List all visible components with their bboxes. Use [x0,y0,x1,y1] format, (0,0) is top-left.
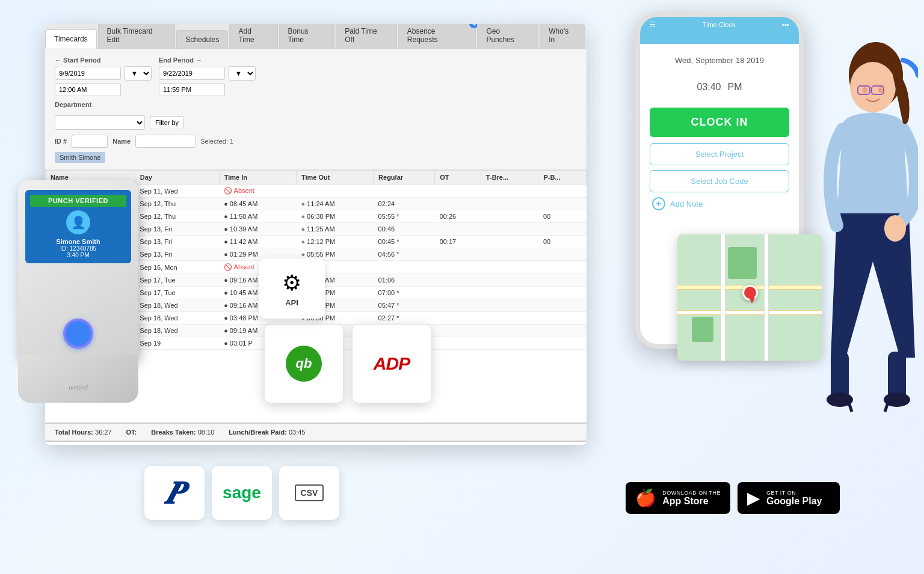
integration-logos-row: 𝑷 sage CSV [144,466,339,520]
cell-regular: 01:06 [374,274,435,287]
cell-regular: 04:56 * [374,248,435,261]
map-green-area2 [692,317,713,342]
hardware-device: PUNCH VERIFIED 👤 Simone Smith ID: 123407… [18,180,138,409]
api-logo-card: ⚙ API [259,258,325,319]
col-day[interactable]: Day [135,171,219,185]
cell-regular [374,261,435,274]
start-date-input[interactable] [55,67,121,80]
tab-absence[interactable]: Absence Requests 4 [398,24,476,49]
svg-line-9 [849,403,852,412]
tab-geo[interactable]: Geo Punches [477,24,538,49]
select-project-button[interactable]: Select Project [650,143,789,165]
cell-pb [538,287,587,299]
map-green-area [728,247,757,279]
add-note-label[interactable]: Add Note [670,200,703,209]
cell-tbre [481,261,538,274]
tab-schedules[interactable]: Schedules [176,30,228,49]
filter-panel: ← Start Period ▼ End Period → ▼ Departme… [45,49,587,170]
cell-day: Sep 13, Fri [135,248,219,261]
cell-day: Sep 12, Thu [135,210,219,223]
apple-icon: 🍎 [635,488,656,508]
tab-bar: Timecards Bulk Timecard Edit Schedules A… [45,24,587,49]
cell-time-out: ● 11:25 AM [296,223,373,236]
cell-time-in: ● 11:50 AM [219,210,296,223]
name-input[interactable] [135,135,196,148]
col-pb[interactable]: P-B... [538,171,587,185]
csv-logo: CSV [295,484,324,501]
cell-ot [435,299,481,312]
ot-total: OT: [126,429,137,436]
fingerprint-sensor [63,319,93,349]
end-date-arrow[interactable]: ▼ [229,66,256,81]
cell-ot: 00:26 [435,210,481,223]
phone-header [640,32,799,44]
employee-selected[interactable]: Smith Simone [55,152,105,163]
end-time-input[interactable] [159,83,225,96]
svg-point-1 [850,62,896,112]
cell-ot [435,223,481,236]
cell-time-in: ● 11:42 AM [219,236,296,248]
cell-pb: 00 [538,210,587,223]
cell-tbre [481,337,538,350]
overlay-logos: qb ADP [265,325,431,403]
device-time: 3:40 PM [30,252,126,258]
cell-pb [538,198,587,210]
cell-pb [538,274,587,287]
device-employee-name: Simone Smith [30,238,126,245]
cell-tbre [481,325,538,337]
quickbooks-logo: qb [286,346,322,382]
cell-tbre [481,236,538,248]
svg-point-12 [863,87,867,93]
clock-in-button[interactable]: CLOCK IN [650,108,789,137]
svg-point-13 [878,87,883,93]
col-ot[interactable]: OT [435,171,481,185]
start-date-arrow[interactable]: ▼ [125,66,152,81]
cell-ot: 00:17 [435,236,481,248]
col-tbre[interactable]: T-Bre... [481,171,538,185]
lunch-break: Lunch/Break Paid: 03:45 [229,429,305,436]
device-brand: uAttend [18,355,138,391]
device-info: Simone Smith ID: 12340785 3:40 PM [30,238,126,258]
tab-bulk-timecard[interactable]: Bulk Timecard Edit [98,24,176,49]
map-road-v1 [721,234,725,361]
api-logo-container: ⚙ API [259,258,325,319]
cell-ot [435,337,481,350]
map-pin-circle [742,285,758,301]
totals-row: Total Hours: 36:27 OT: Breaks Taken: 08:… [45,423,587,441]
department-select[interactable] [55,115,145,130]
cell-day: Sep 18, Wed [135,299,219,312]
sage-logo: sage [223,483,261,502]
cell-time-out [296,185,373,198]
tab-bonus-time[interactable]: Bonus Time [279,24,335,49]
col-time-in[interactable]: Time In [219,171,296,185]
cell-day: Sep 18, Wed [135,325,219,337]
tab-pto[interactable]: Paid Time Off [336,24,397,49]
col-regular[interactable]: Regular [374,171,435,185]
api-label: API [285,298,298,307]
col-time-out[interactable]: Time Out [296,171,373,185]
cell-ot [435,248,481,261]
add-note-row: + Add Note [650,197,789,210]
cell-regular: 05:55 * [374,210,435,223]
app-store-badge[interactable]: 🍎 Download on the App Store [626,482,730,514]
start-time-input[interactable] [55,83,121,96]
tab-add-time[interactable]: Add Time [229,24,277,49]
hamburger-icon[interactable]: ☰ [650,20,656,28]
plus-circle-icon[interactable]: + [652,197,665,210]
selected-count: Selected: 1 [200,138,233,145]
device-base: uAttend [18,355,138,403]
tab-timecards[interactable]: Timecards [45,29,97,49]
cell-pb [538,299,587,312]
cell-day: Sep 18, Wed [135,312,219,325]
cell-tbre [481,223,538,236]
end-date-input[interactable] [159,67,225,80]
tab-whos-in[interactable]: Who's In [540,24,585,49]
id-input[interactable] [72,135,108,148]
device-avatar: 👤 [66,210,90,234]
cell-time-in: ● 08:45 AM [219,198,296,210]
sage-logo-card: sage [212,466,272,520]
select-job-code-button[interactable]: Select Job Code [650,170,789,192]
filter-by-button[interactable]: Filter by [150,116,184,129]
map-pin [742,285,760,309]
cell-day: Sep 16, Mon [135,261,219,274]
